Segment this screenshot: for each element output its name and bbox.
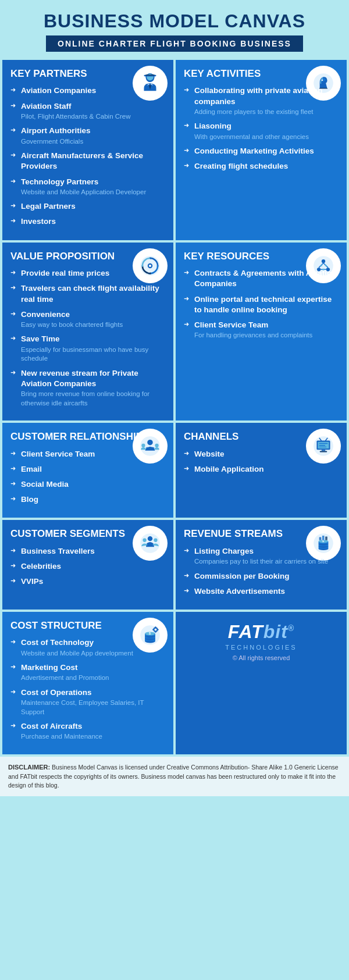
list-item-main: Marketing Cost: [21, 663, 78, 672]
value-prop-list: Provide real time pricesTravelers can ch…: [10, 268, 165, 408]
key-resources-list: Contracts & Agreements with Aviation Com…: [184, 268, 339, 340]
list-item: Conducting Marketing Activities: [184, 146, 339, 156]
logo-bit: bit: [263, 621, 288, 642]
list-item-main: Creating flight schedules: [194, 162, 288, 170]
svg-rect-59: [322, 536, 325, 540]
list-item-main: Technology Partners: [21, 177, 98, 186]
svg-point-27: [325, 265, 327, 266]
svg-point-47: [143, 539, 146, 542]
list-item-main: Liasoning: [194, 122, 232, 130]
list-item: Provide real time prices: [10, 268, 165, 279]
list-item-main: Convenience: [21, 310, 70, 319]
list-item-sub: With governmental and other agencies: [194, 133, 339, 142]
cost-list: Cost of TechnologyWebsite and Mobile App…: [10, 637, 165, 741]
list-item: Website: [184, 449, 339, 459]
list-item: Marketing CostAdvertisement and Promotio…: [10, 662, 165, 683]
svg-point-18: [149, 265, 151, 267]
logo-reg: ®: [288, 623, 294, 633]
list-item-main: Aviation Staff: [21, 102, 72, 111]
list-item: Cost of TechnologyWebsite and Mobile App…: [10, 637, 165, 658]
customer-relationships-cell: CUSTOMER RELATIONSHIPS Client Service Te…: [2, 423, 173, 518]
list-item-main: Save Time: [21, 334, 60, 343]
list-item-main: Travelers can check flight availability …: [21, 284, 159, 303]
list-item-sub: Government Officials: [21, 137, 165, 147]
list-item-sub: Maintenance Cost, Employee Salaries, IT …: [21, 699, 165, 717]
key-activities-cell: KEY ACTIVITIES Collaborating with privat…: [176, 60, 347, 240]
value-proposition-cell: VALUE PROPOSITION Provide real time pric…: [2, 243, 173, 421]
list-item: Technology PartnersWebsite and Mobile Ap…: [10, 177, 165, 197]
fat-logo: FATbit®: [181, 621, 341, 643]
list-item: Collaborating with private aviation comp…: [184, 85, 339, 116]
key-partners-list: Aviation CompaniesAviation StaffPilot, F…: [10, 85, 165, 227]
list-item: Save TimeEspecially for businessman who …: [10, 334, 165, 363]
key-partners-cell: KEY PARTNERS Aviation CompaniesAviation …: [2, 60, 173, 240]
list-item-main: Airport Authorities: [21, 126, 91, 135]
svg-rect-6: [145, 76, 156, 77]
list-item-main: Commission per Booking: [194, 572, 290, 580]
list-item: Client Service Team: [10, 449, 165, 459]
list-item-main: Contracts & Agreements with Aviation Com…: [194, 269, 337, 288]
list-item-sub: Bring more revenue from online booking f…: [21, 390, 165, 408]
list-item: Social Media: [10, 479, 165, 490]
svg-point-71: [154, 628, 156, 630]
list-item: Email: [10, 464, 165, 475]
list-item: Aircraft Manufacturers & Service Provide…: [10, 151, 165, 172]
list-item-main: Social Media: [21, 480, 69, 489]
list-item: Listing ChargesCompanies pay to list the…: [184, 546, 339, 566]
list-item-sub: For handling grievances and complaints: [194, 331, 339, 340]
svg-point-20: [322, 259, 325, 263]
customer-seg-list: Business TravellersCelebritiesVVIPs: [10, 546, 165, 587]
list-item-main: Conducting Marketing Activities: [194, 147, 314, 155]
list-item-main: Collaborating with private aviation comp…: [194, 86, 323, 105]
logo-fat: FAT: [228, 621, 263, 642]
svg-point-32: [155, 444, 158, 447]
svg-rect-43: [319, 445, 326, 446]
list-item-main: Online portal and technical expertise to…: [194, 295, 332, 314]
list-item: Cost of OperationsMaintenance Cost, Empl…: [10, 687, 165, 717]
list-item-main: Website Advertisements: [194, 587, 285, 596]
list-item-main: Client Service Team: [194, 320, 268, 329]
customer-rel-list: Client Service TeamEmailSocial MediaBlog: [10, 449, 165, 505]
svg-rect-72: [155, 626, 156, 628]
list-item-main: Celebrities: [21, 562, 61, 571]
list-item: Website Advertisements: [184, 586, 339, 597]
list-item: LiasoningWith governmental and other age…: [184, 121, 339, 141]
channels-cell: CHANNELS WebsiteMobile Application: [176, 423, 347, 518]
list-item-main: Aviation Companies: [21, 86, 96, 95]
list-item: Travelers can check flight availability …: [10, 283, 165, 304]
list-item: Client Service TeamFor handling grievanc…: [184, 320, 339, 340]
list-item-main: Aircraft Manufacturers & Service Provide…: [21, 151, 143, 170]
list-item: Investors: [10, 216, 165, 227]
list-item-main: Provide real time prices: [21, 269, 109, 277]
list-item: New revenue stream for Private Aviation …: [10, 368, 165, 408]
list-item-sub: Companies pay to list their air carriers…: [194, 557, 339, 566]
svg-point-26: [320, 265, 322, 266]
list-item-main: Client Service Team: [21, 450, 95, 458]
list-item: Aviation Companies: [10, 85, 165, 96]
list-item-sub: Easy way to book chartered flights: [21, 320, 165, 330]
list-item: Creating flight schedules: [184, 161, 339, 172]
list-item-sub: Adding more players to the existing flee…: [194, 108, 339, 117]
key-resources-cell: KEY RESOURCES Contracts & Agreements wit…: [176, 243, 347, 421]
list-item: Aviation StaffPilot, Flight Attendants &…: [10, 101, 165, 122]
list-item: Cost of AircraftsPurchase and Maintenanc…: [10, 721, 165, 742]
list-item: Mobile Application: [184, 464, 339, 475]
list-item-main: Legal Partners: [21, 202, 76, 211]
svg-rect-60: [325, 537, 327, 540]
list-item: Celebrities: [10, 561, 165, 572]
list-item-sub: Advertisement and Promotion: [21, 673, 165, 683]
list-item: VVIPs: [10, 576, 165, 587]
list-item: ConvenienceEasy way to book chartered fl…: [10, 309, 165, 330]
list-item-sub: Especially for businessman who have busy…: [21, 345, 165, 364]
list-item-main: Cost of Technology: [21, 638, 94, 647]
list-item-sub: Website and Mobile Application Developer: [21, 188, 165, 197]
page-header: BUSINESS MODEL CANVAS ONLINE CHARTER FLI…: [0, 0, 349, 58]
disclaimer-section: DISCLAIMER: Business Model Canvas is lic…: [0, 757, 349, 796]
svg-rect-74: [152, 629, 154, 630]
list-item: Airport AuthoritiesGovernment Officials: [10, 126, 165, 146]
page-title: BUSINESS MODEL CANVAS: [6, 10, 343, 32]
list-item-main: New revenue stream for Private Aviation …: [21, 369, 138, 388]
list-item-main: Cost of Aircrafts: [21, 722, 82, 730]
list-item-main: Cost of Operations: [21, 688, 92, 697]
list-item: Online portal and technical expertise to…: [184, 294, 339, 315]
